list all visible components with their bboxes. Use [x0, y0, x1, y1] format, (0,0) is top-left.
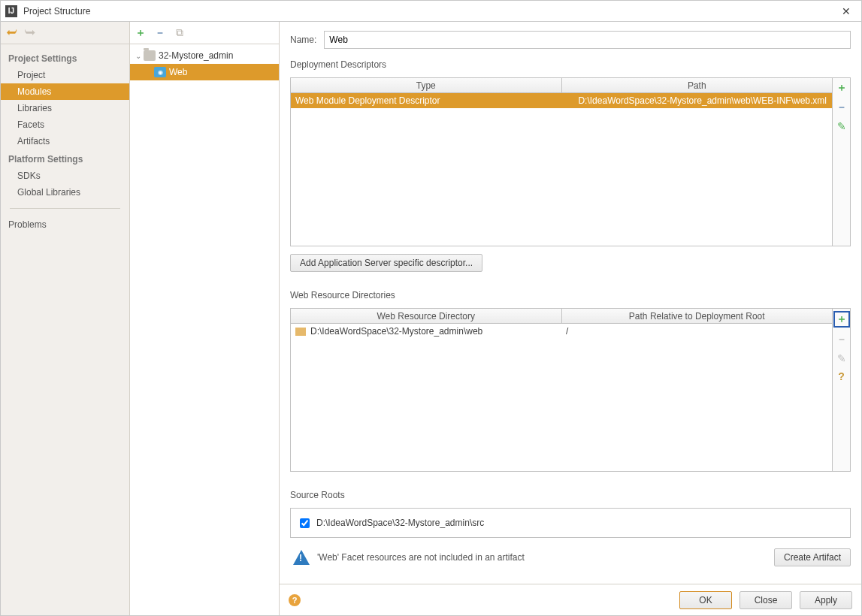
sidebar-header-platform-settings: Platform Settings [1, 149, 129, 168]
sidebar-item-global-libraries[interactable]: Global Libraries [1, 184, 129, 201]
app-icon: IJ [5, 5, 17, 17]
warning-message: 'Web' Facet resources are not included i… [317, 552, 767, 563]
sidebar-item-sdks[interactable]: SDKs [1, 168, 129, 184]
webres-th-path: Path Relative to Deployment Root [562, 309, 833, 323]
web-facet-icon: ◉ [154, 67, 166, 77]
sidebar-item-artifacts[interactable]: Artifacts [1, 133, 129, 149]
deployment-panel: Type Path Web Module Deployment Descript… [290, 77, 851, 246]
source-section-label: Source Roots [290, 490, 851, 500]
window-title: Project Structure [23, 6, 836, 17]
tree-root-row[interactable]: ⌄ 32-Mystore_admin [130, 47, 279, 64]
sidebar-item-libraries[interactable]: Libraries [1, 100, 129, 116]
apply-button[interactable]: Apply [800, 591, 852, 609]
webres-cell-path: / [561, 324, 832, 339]
deploy-th-type: Type [291, 78, 562, 92]
source-root-checkbox[interactable] [300, 518, 310, 528]
source-roots-box: D:\IdeaWordSpace\32-Mystore_admin\src [290, 508, 851, 538]
module-tree-panel: ＋ － ⧉ ⌄ 32-Mystore_admin ◉ Web [130, 22, 280, 615]
close-icon[interactable]: ✕ [836, 5, 857, 17]
sidebar-separator [10, 208, 120, 209]
webres-section-label: Web Resource Directories [290, 290, 851, 300]
webres-remove-icon[interactable]: － [836, 333, 847, 346]
webres-help-icon[interactable]: ? [838, 370, 845, 382]
deployment-row[interactable]: Web Module Deployment Descriptor D:\Idea… [291, 93, 832, 108]
create-artifact-button[interactable]: Create Artifact [774, 548, 851, 566]
title-bar: IJ Project Structure ✕ [1, 1, 861, 22]
webres-cell-dir: D:\IdeaWordSpace\32-Mystore_admin\web [291, 324, 561, 339]
sidebar-item-modules[interactable]: Modules [1, 83, 129, 100]
sidebar-item-problems[interactable]: Problems [1, 216, 129, 233]
sidebar: ⮨ ⮩ Project Settings Project Modules Lib… [1, 22, 130, 615]
sidebar-item-facets[interactable]: Facets [1, 116, 129, 133]
close-button[interactable]: Close [740, 591, 792, 609]
copy-icon[interactable]: ⧉ [174, 27, 186, 39]
webres-add-icon[interactable]: ＋ [834, 312, 849, 327]
add-descriptor-button[interactable]: Add Application Server specific descript… [290, 254, 482, 272]
sidebar-nav: ⮨ ⮩ [1, 22, 129, 44]
deploy-cell-path: D:\IdeaWordSpace\32-Mystore_admin\web\WE… [561, 93, 832, 108]
sidebar-header-project-settings: Project Settings [1, 49, 129, 67]
deploy-add-icon[interactable]: ＋ [836, 81, 847, 95]
remove-icon[interactable]: － [154, 27, 166, 39]
tree-toolbar: ＋ － ⧉ [130, 22, 279, 44]
deploy-edit-icon[interactable]: ✎ [837, 120, 846, 132]
webres-th-dir: Web Resource Directory [291, 309, 562, 323]
webres-edit-icon[interactable]: ✎ [837, 352, 846, 364]
tree-root-label: 32-Mystore_admin [159, 50, 233, 61]
deploy-remove-icon[interactable]: － [836, 101, 847, 114]
help-icon[interactable]: ? [289, 594, 301, 606]
back-icon[interactable]: ⮨ [7, 27, 17, 39]
dialog-footer: ? OK Close Apply [280, 584, 861, 615]
webres-row[interactable]: D:\IdeaWordSpace\32-Mystore_admin\web / [291, 324, 832, 339]
deploy-cell-type: Web Module Deployment Descriptor [291, 93, 561, 108]
webres-panel: Web Resource Directory Path Relative to … [290, 308, 851, 472]
folder-icon [144, 50, 156, 61]
name-input[interactable] [324, 31, 851, 49]
folder-icon [295, 328, 306, 336]
forward-icon[interactable]: ⮩ [25, 27, 35, 39]
source-root-path: D:\IdeaWordSpace\32-Mystore_admin\src [316, 518, 484, 528]
chevron-down-icon[interactable]: ⌄ [133, 52, 144, 60]
tree-child-label: Web [169, 67, 187, 77]
add-icon[interactable]: ＋ [135, 27, 147, 39]
tree-child-web[interactable]: ◉ Web [130, 64, 279, 80]
deploy-th-path: Path [562, 78, 833, 92]
sidebar-item-project[interactable]: Project [1, 67, 129, 83]
name-label: Name: [290, 35, 316, 45]
warning-icon [293, 550, 310, 565]
ok-button[interactable]: OK [679, 591, 732, 609]
deployment-section-label: Deployment Descriptors [290, 59, 851, 70]
